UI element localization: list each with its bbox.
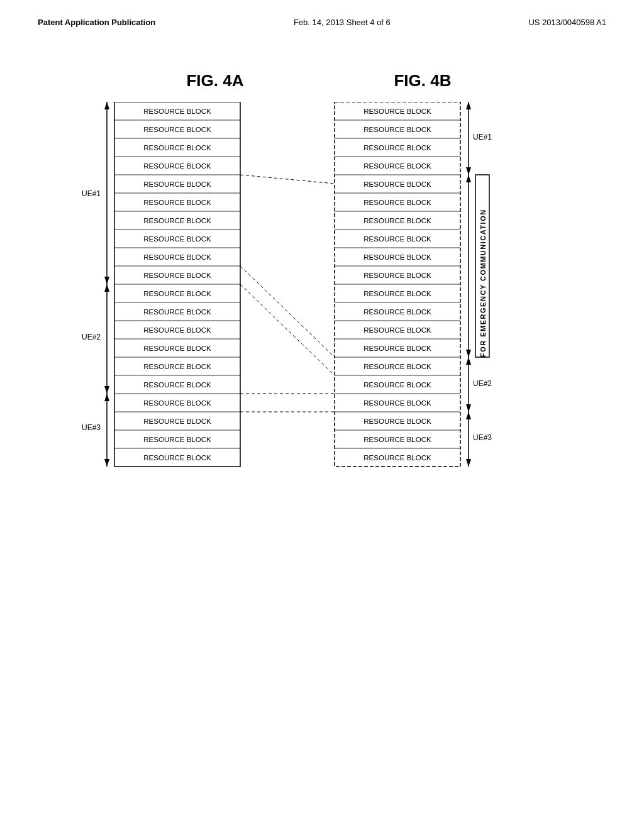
header-date-sheet: Feb. 14, 2013 Sheet 4 of 6 <box>294 18 391 27</box>
svg-text:RESOURCE BLOCK: RESOURCE BLOCK <box>143 272 211 279</box>
svg-text:RESOURCE BLOCK: RESOURCE BLOCK <box>143 162 211 170</box>
svg-text:RESOURCE BLOCK: RESOURCE BLOCK <box>364 454 431 462</box>
svg-line-94 <box>240 284 335 375</box>
svg-text:UE#1: UE#1 <box>82 189 101 198</box>
svg-text:RESOURCE BLOCK: RESOURCE BLOCK <box>364 345 431 352</box>
svg-text:RESOURCE BLOCK: RESOURCE BLOCK <box>143 108 211 115</box>
svg-marker-103 <box>466 350 471 357</box>
svg-text:RESOURCE BLOCK: RESOURCE BLOCK <box>143 345 211 352</box>
svg-marker-108 <box>466 404 471 412</box>
svg-text:RESOURCE BLOCK: RESOURCE BLOCK <box>143 180 211 188</box>
svg-marker-82 <box>104 277 109 284</box>
svg-text:RESOURCE BLOCK: RESOURCE BLOCK <box>364 399 431 407</box>
svg-text:RESOURCE BLOCK: RESOURCE BLOCK <box>364 144 431 152</box>
svg-text:RESOURCE BLOCK: RESOURCE BLOCK <box>364 290 431 297</box>
svg-text:RESOURCE BLOCK: RESOURCE BLOCK <box>364 418 431 425</box>
header-publication: Patent Application Publication <box>38 18 155 27</box>
svg-text:RESOURCE BLOCK: RESOURCE BLOCK <box>143 308 211 316</box>
svg-marker-86 <box>104 386 109 394</box>
svg-text:RESOURCE BLOCK: RESOURCE BLOCK <box>364 253 431 261</box>
svg-text:UE#3: UE#3 <box>473 433 492 442</box>
svg-text:RESOURCE BLOCK: RESOURCE BLOCK <box>143 217 211 224</box>
svg-text:RESOURCE BLOCK: RESOURCE BLOCK <box>143 454 211 462</box>
svg-text:RESOURCE BLOCK: RESOURCE BLOCK <box>143 418 211 425</box>
svg-text:RESOURCE BLOCK: RESOURCE BLOCK <box>364 363 431 370</box>
svg-text:RESOURCE BLOCK: RESOURCE BLOCK <box>143 144 211 152</box>
main-content: FIG. 4A FIG. 4B <box>0 33 644 473</box>
svg-text:RESOURCE BLOCK: RESOURCE BLOCK <box>143 126 211 133</box>
svg-text:RESOURCE BLOCK: RESOURCE BLOCK <box>364 180 431 188</box>
svg-text:RESOURCE BLOCK: RESOURCE BLOCK <box>364 235 431 243</box>
svg-line-93 <box>240 266 335 357</box>
svg-text:RESOURCE BLOCK: RESOURCE BLOCK <box>143 326 211 334</box>
svg-text:RESOURCE BLOCK: RESOURCE BLOCK <box>143 253 211 261</box>
fig-4a-title: FIG. 4A <box>121 71 309 91</box>
svg-text:RESOURCE BLOCK: RESOURCE BLOCK <box>143 436 211 443</box>
header: Patent Application Publication Feb. 14, … <box>0 0 644 33</box>
svg-text:RESOURCE BLOCK: RESOURCE BLOCK <box>364 162 431 170</box>
svg-text:RESOURCE BLOCK: RESOURCE BLOCK <box>143 381 211 389</box>
svg-marker-99 <box>466 167 471 175</box>
svg-text:UE#1: UE#1 <box>473 133 492 141</box>
svg-line-92 <box>240 175 335 184</box>
figure-titles-row: FIG. 4A FIG. 4B <box>83 71 561 91</box>
svg-text:RESOURCE BLOCK: RESOURCE BLOCK <box>364 272 431 279</box>
svg-text:RESOURCE BLOCK: RESOURCE BLOCK <box>143 363 211 370</box>
svg-text:RESOURCE BLOCK: RESOURCE BLOCK <box>364 381 431 389</box>
header-patent-number: US 2013/0040598 A1 <box>528 18 606 27</box>
svg-text:FOR EMERGENCY COMMUNICATION: FOR EMERGENCY COMMUNICATION <box>479 209 487 357</box>
svg-marker-90 <box>104 459 109 467</box>
svg-text:RESOURCE BLOCK: RESOURCE BLOCK <box>364 326 431 334</box>
svg-text:RESOURCE BLOCK: RESOURCE BLOCK <box>364 217 431 224</box>
svg-marker-112 <box>466 459 471 467</box>
svg-text:UE#3: UE#3 <box>82 423 101 432</box>
svg-text:RESOURCE BLOCK: RESOURCE BLOCK <box>143 399 211 407</box>
svg-text:RESOURCE BLOCK: RESOURCE BLOCK <box>143 199 211 206</box>
fig-4b-title: FIG. 4B <box>328 71 517 91</box>
svg-text:RESOURCE BLOCK: RESOURCE BLOCK <box>364 308 431 316</box>
svg-text:RESOURCE BLOCK: RESOURCE BLOCK <box>143 290 211 297</box>
svg-text:UE#2: UE#2 <box>82 333 101 341</box>
figure-container: RESOURCE BLOCK RESOURCE BLOCK RESOURCE B… <box>64 102 580 473</box>
svg-text:RESOURCE BLOCK: RESOURCE BLOCK <box>143 235 211 243</box>
svg-text:RESOURCE BLOCK: RESOURCE BLOCK <box>364 126 431 133</box>
page: Patent Application Publication Feb. 14, … <box>0 0 644 830</box>
svg-text:RESOURCE BLOCK: RESOURCE BLOCK <box>364 108 431 115</box>
diagram-svg: RESOURCE BLOCK RESOURCE BLOCK RESOURCE B… <box>64 102 580 473</box>
svg-text:UE#2: UE#2 <box>473 379 492 388</box>
svg-text:RESOURCE BLOCK: RESOURCE BLOCK <box>364 199 431 206</box>
svg-text:RESOURCE BLOCK: RESOURCE BLOCK <box>364 436 431 443</box>
